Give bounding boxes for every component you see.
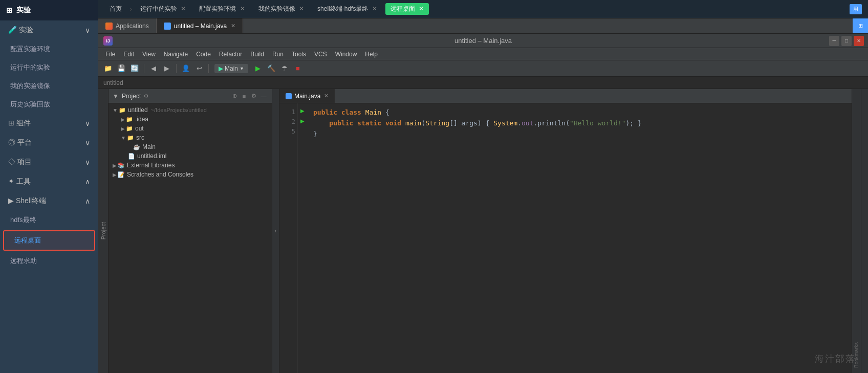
project-header: ▼ Project ⚙ ⊕ ≡ ⚙ — <box>108 89 272 103</box>
sidebar-section-tools[interactable]: ✦ 工具 ∧ <box>0 172 98 191</box>
toolbar-build-btn[interactable]: 🔨 <box>266 63 277 74</box>
proj-expand-icon[interactable]: ≡ <box>240 92 248 100</box>
tree-item-src[interactable]: ▼ 📁 src <box>108 133 272 142</box>
tab-main-java[interactable]: untitled – Main.java ✕ <box>157 18 243 33</box>
tree-item-main-java[interactable]: ☕ Main <box>108 142 272 151</box>
sidebar-item-remote-desktop[interactable]: 远程桌面 <box>3 230 95 251</box>
close-main-java-tab[interactable]: ✕ <box>231 23 235 29</box>
run-line-2[interactable]: ▶ <box>299 118 306 125</box>
bookmarks-panel: Bookmarks <box>852 89 861 373</box>
src-folder-icon: 📁 <box>127 135 134 141</box>
menu-help[interactable]: Help <box>361 50 382 59</box>
app-tab-bar: Applications untitled – Main.java ✕ ⊞ <box>98 18 868 34</box>
main-java-label: untitled – Main.java <box>174 23 227 30</box>
sidebar-section-shell[interactable]: ▶ Shell终端 ∧ <box>0 191 98 211</box>
window-title: untitled – Main.java <box>454 37 512 45</box>
close-btn[interactable]: ✕ <box>854 36 864 46</box>
menu-build[interactable]: Build <box>246 50 268 59</box>
toolbar-git-user[interactable]: 👤 <box>180 63 191 74</box>
tree-root[interactable]: ▼ 📁 untitled ~/IdeaProjects/untitled <box>108 105 272 115</box>
tree-item-iml[interactable]: 📄 untitled.iml <box>108 151 272 161</box>
out-label: out <box>135 125 144 132</box>
code-line-1: public class Main { <box>313 107 845 118</box>
maximize-btn[interactable]: □ <box>841 36 852 46</box>
sidebar-logo[interactable]: ⊞ 实验 <box>0 0 98 20</box>
chevron-right-icon: ∨ <box>85 119 90 127</box>
window-icon-btn[interactable]: ⊞ <box>853 18 868 33</box>
sidebar-section-platform[interactable]: ◎ 平台 ∨ <box>0 133 98 152</box>
toolbar-run-btn[interactable]: ▶ <box>252 63 264 74</box>
project-nav-icon: ◇ 项目 <box>8 158 32 167</box>
tab-applications[interactable]: Applications <box>98 18 157 33</box>
toolbar-back[interactable]: ◀ <box>148 63 159 74</box>
menu-run[interactable]: Run <box>268 50 288 59</box>
nav-tab-remote-desktop[interactable]: 远程桌面 ✕ <box>385 3 429 15</box>
app-icon <box>105 23 113 30</box>
sidebar-section-component[interactable]: ⊞ 组件 ∨ <box>0 114 98 133</box>
proj-settings-icon[interactable]: ⚙ <box>250 92 258 100</box>
tree-item-idea[interactable]: ▶ 📁 .idea <box>108 115 272 124</box>
menu-navigate[interactable]: Navigate <box>160 50 192 59</box>
close-shell-tab[interactable]: ✕ <box>372 5 377 12</box>
collapse-panel-btn[interactable]: ‹ <box>272 89 279 373</box>
sidebar-item-my-images[interactable]: 我的实验镜像 <box>0 77 98 95</box>
sidebar-item-remote-help[interactable]: 远程求助 <box>0 252 98 270</box>
sidebar-section-project[interactable]: ◇ 项目 ∨ <box>0 152 98 172</box>
menu-vcs[interactable]: VCS <box>310 50 331 59</box>
menu-code[interactable]: Code <box>192 50 215 59</box>
code-content[interactable]: public class Main { public static void m… <box>307 103 852 373</box>
close-config-tab[interactable]: ✕ <box>240 5 245 12</box>
main-java-tree-label: Main <box>142 143 156 150</box>
line-num-1: 1 <box>281 107 295 117</box>
sidebar-item-config-env[interactable]: 配置实验环境 <box>0 40 98 58</box>
sidebar-item-history[interactable]: 历史实验回放 <box>0 95 98 114</box>
tree-item-out[interactable]: ▶ 📁 out <box>108 124 272 133</box>
close-running-tab[interactable]: ✕ <box>181 5 186 12</box>
proj-minimize-icon[interactable]: — <box>259 92 268 100</box>
menu-view[interactable]: View <box>138 50 160 59</box>
ext-arrow: ▶ <box>113 163 117 168</box>
nav-home[interactable]: 首页 <box>104 3 127 15</box>
java-file-icon: ☕ <box>133 144 140 150</box>
project-panel: ▼ Project ⚙ ⊕ ≡ ⚙ — ▼ <box>108 89 272 373</box>
chevron-up-icon: ∧ <box>85 178 90 186</box>
project-gear-icon: ⚙ <box>144 93 148 99</box>
toolbar-open-folder[interactable]: 📁 <box>102 63 114 74</box>
menu-tools[interactable]: Tools <box>288 50 310 59</box>
toolbar-forward[interactable]: ▶ <box>161 63 172 74</box>
toolbar-run-config-dropdown[interactable]: ▶ Main ▼ <box>214 64 248 73</box>
sidebar-item-hdfs[interactable]: hdfs最终 <box>0 211 98 229</box>
proj-sync-icon[interactable]: ⊕ <box>230 92 238 100</box>
sidebar-item-running-exp[interactable]: 运行中的实验 <box>0 58 98 77</box>
editor-tab-main-java[interactable]: Main.java ✕ <box>279 89 335 103</box>
toolbar-coverage-btn[interactable]: ☂ <box>279 63 290 74</box>
toolbar-save[interactable]: 💾 <box>116 63 127 74</box>
toolbar-revert[interactable]: ↩ <box>193 63 205 74</box>
scratches-label: Scratches and Consoles <box>127 171 193 178</box>
close-images-tab[interactable]: ✕ <box>299 5 304 12</box>
nav-tab-images[interactable]: 我的实验镜像 ✕ <box>253 3 309 15</box>
nav-tab-config[interactable]: 配置实验环境 ✕ <box>194 3 250 15</box>
iml-label: untitled.iml <box>137 152 166 160</box>
platform-icon: ◎ 平台 <box>8 138 32 147</box>
menu-file[interactable]: File <box>101 50 119 59</box>
close-remote-tab[interactable]: ✕ <box>419 5 424 12</box>
run-line-1[interactable]: ▶ <box>299 107 306 115</box>
nav-tab-running[interactable]: 运行中的实验 ✕ <box>135 3 191 15</box>
tree-item-ext-libs[interactable]: ▶ 📚 External Libraries <box>108 161 272 170</box>
src-arrow: ▼ <box>121 135 126 141</box>
editor-tab-label: Main.java <box>294 93 320 100</box>
ide-content: Project ▼ Project ⚙ ⊕ ≡ ⚙ — <box>98 89 868 373</box>
menu-edit[interactable]: Edit <box>119 50 138 59</box>
sidebar-section-experiment[interactable]: 🧪 实验 ∨ <box>0 20 98 40</box>
menu-window[interactable]: Window <box>331 50 361 59</box>
toolbar-synchronize[interactable]: 🔄 <box>129 63 140 74</box>
idea-arrow: ▶ <box>121 117 125 122</box>
nav-tab-shell[interactable]: shell终端-hdfs最终 ✕ <box>312 3 382 15</box>
tree-item-scratches[interactable]: ▶ 📝 Scratches and Consoles <box>108 170 272 179</box>
toolbar-stop-btn[interactable]: ■ <box>292 63 303 74</box>
menu-refactor[interactable]: Refactor <box>215 50 246 59</box>
component-icon: ⊞ 组件 <box>8 119 31 128</box>
editor-close-tab[interactable]: ✕ <box>324 93 329 99</box>
minimize-btn[interactable]: ─ <box>829 36 839 46</box>
